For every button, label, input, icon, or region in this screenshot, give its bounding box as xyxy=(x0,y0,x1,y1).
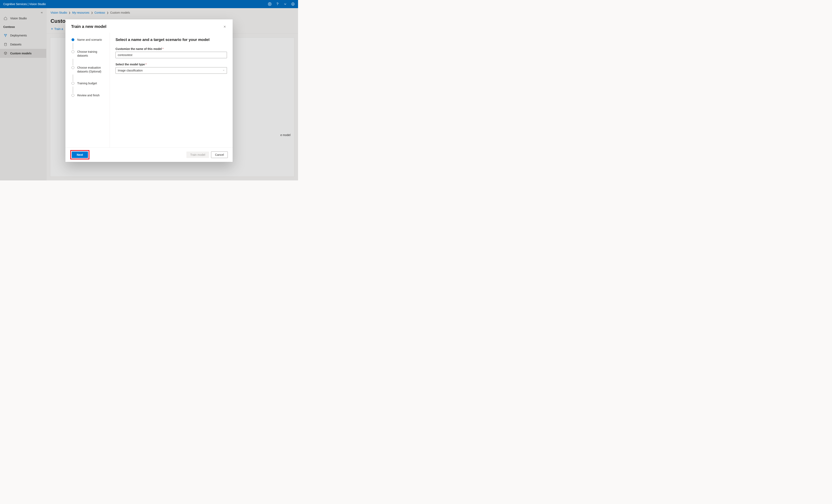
step-indicator-icon xyxy=(72,82,74,85)
dialog-title: Train a new model xyxy=(71,24,106,29)
step-name-scenario[interactable]: Name and scenario xyxy=(72,38,107,43)
step-indicator-icon xyxy=(72,66,74,69)
train-new-model-button[interactable]: + Train a xyxy=(51,26,63,32)
chevron-right-icon: ❯ xyxy=(69,11,71,14)
step-review-finish[interactable]: Review and finish xyxy=(72,94,107,98)
pane-heading: Select a name and a target scenario for … xyxy=(115,37,227,42)
home-icon xyxy=(4,17,7,20)
sidebar-item-label: Custom models xyxy=(10,52,32,55)
sidebar: Vision Studio Contoso Deployments Datase… xyxy=(0,8,47,180)
breadcrumb-current: Custom models xyxy=(110,11,130,14)
sidebar-resource-label: Contoso xyxy=(0,23,46,31)
model-type-label: Select the model type* xyxy=(115,63,227,66)
step-training-budget[interactable]: Training budget xyxy=(72,81,107,86)
svg-point-6 xyxy=(5,36,6,37)
sidebar-item-custom-models[interactable]: Custom models xyxy=(0,49,46,58)
sidebar-collapse-icon[interactable] xyxy=(40,10,44,15)
sidebar-item-label: Deployments xyxy=(10,34,27,37)
toolbar-button-label: Train a xyxy=(54,27,63,30)
help-icon[interactable]: ? xyxy=(276,2,279,6)
close-icon[interactable] xyxy=(223,24,227,29)
svg-rect-5 xyxy=(6,34,7,35)
step-connector xyxy=(73,43,73,50)
model-type-select[interactable]: Image classification xyxy=(115,67,227,74)
custom-models-icon xyxy=(4,52,7,55)
deployments-icon xyxy=(4,34,7,37)
sidebar-item-label: Datasets xyxy=(10,43,21,46)
chevron-down-icon[interactable] xyxy=(283,2,287,6)
sidebar-item-home[interactable]: Vision Studio xyxy=(0,14,46,23)
model-type-value: Image classification xyxy=(118,69,142,72)
svg-point-0 xyxy=(269,4,270,5)
step-indicator-icon xyxy=(72,38,74,41)
breadcrumb: Vision Studio ❯ My resources ❯ Contoso ❯… xyxy=(47,8,298,16)
breadcrumb-segment[interactable]: Vision Studio xyxy=(51,11,67,14)
breadcrumb-segment[interactable]: My resources xyxy=(72,11,89,14)
step-indicator-icon xyxy=(72,50,74,53)
svg-rect-4 xyxy=(4,34,5,35)
dialog-footer: Next Train model Cancel xyxy=(66,148,233,162)
chevron-right-icon: ❯ xyxy=(91,11,93,14)
app-header: Cognitive Services | Vision Studio ? xyxy=(0,0,298,8)
svg-point-7 xyxy=(4,43,7,44)
plus-icon: + xyxy=(51,27,53,31)
wizard-form-pane: Select a name and a target scenario for … xyxy=(110,33,233,148)
breadcrumb-segment[interactable]: Contoso xyxy=(95,11,105,14)
next-button[interactable]: Next xyxy=(72,152,88,158)
step-indicator-icon xyxy=(72,94,74,97)
step-training-datasets[interactable]: Choose training datasets xyxy=(72,50,107,58)
sidebar-item-label: Vision Studio xyxy=(10,17,27,20)
tutorial-highlight: Next xyxy=(70,150,89,159)
settings-icon[interactable] xyxy=(268,2,271,6)
step-connector xyxy=(73,59,73,65)
wizard-stepper: Name and scenario Choose training datase… xyxy=(66,33,110,148)
datasets-icon xyxy=(4,43,7,46)
header-actions: ? xyxy=(268,2,295,6)
step-evaluation-datasets[interactable]: Choose evaluation datasets (Optional) xyxy=(72,66,107,74)
model-name-input[interactable] xyxy=(115,52,227,58)
train-model-button: Train model xyxy=(186,152,209,158)
feedback-icon[interactable] xyxy=(291,2,295,6)
sidebar-item-datasets[interactable]: Datasets xyxy=(0,40,46,49)
model-name-label: Customize the name of this model* xyxy=(115,47,227,51)
app-title: Cognitive Services | Vision Studio xyxy=(3,2,46,6)
cancel-button[interactable]: Cancel xyxy=(211,152,228,158)
step-connector xyxy=(73,75,73,81)
chevron-right-icon: ❯ xyxy=(107,11,109,14)
step-connector xyxy=(73,86,73,93)
sidebar-item-deployments[interactable]: Deployments xyxy=(0,31,46,40)
background-text-fragment: e model xyxy=(280,133,290,137)
svg-point-1 xyxy=(291,3,294,5)
train-model-dialog: Train a new model Name and scenario Choo… xyxy=(66,19,233,162)
